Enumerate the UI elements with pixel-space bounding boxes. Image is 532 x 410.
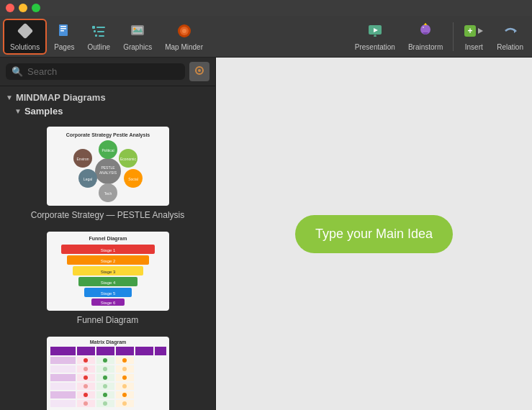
relation-icon bbox=[502, 22, 519, 42]
svg-text:Matrix Diagram: Matrix Diagram bbox=[89, 340, 126, 345]
toolbar-separator bbox=[453, 22, 454, 51]
svg-point-78 bbox=[84, 367, 88, 371]
svg-point-80 bbox=[84, 375, 88, 380]
svg-point-100 bbox=[122, 358, 127, 363]
svg-rect-65 bbox=[96, 347, 114, 355]
insert-icon: + bbox=[464, 22, 484, 42]
svg-point-86 bbox=[84, 401, 88, 406]
search-input-wrap[interactable]: 🔍 bbox=[6, 63, 185, 80]
svg-rect-68 bbox=[155, 347, 166, 355]
relation-button[interactable]: Relation bbox=[491, 19, 529, 55]
svg-text:Stage 4: Stage 4 bbox=[100, 281, 115, 285]
outline-icon bbox=[90, 22, 107, 42]
graphics-icon bbox=[129, 22, 146, 42]
tree-section-samples[interactable]: ▼ Samples bbox=[0, 104, 215, 118]
svg-marker-27 bbox=[514, 29, 517, 33]
tree-section-arrow: ▼ bbox=[14, 107, 22, 115]
presentation-label: Presentation bbox=[355, 43, 395, 51]
mapminder-button[interactable]: Map Minder bbox=[159, 19, 209, 55]
svg-point-102 bbox=[122, 367, 127, 371]
solutions-label: Solutions bbox=[10, 43, 40, 51]
pages-button[interactable]: Pages bbox=[48, 19, 80, 55]
svg-text:Stage 1: Stage 1 bbox=[100, 248, 115, 252]
search-input[interactable] bbox=[27, 66, 179, 77]
maximize-button[interactable] bbox=[32, 4, 40, 12]
insert-label: Insert bbox=[465, 43, 483, 51]
tree-root-label: MINDMAP Diagrams bbox=[16, 92, 106, 103]
svg-text:Political: Political bbox=[102, 148, 114, 152]
outline-label: Outline bbox=[88, 43, 111, 51]
svg-rect-7 bbox=[94, 30, 96, 32]
svg-rect-10 bbox=[99, 35, 104, 37]
diagram-thumb-matrix: Matrix Diagram bbox=[47, 337, 169, 410]
svg-rect-72 bbox=[50, 383, 76, 390]
svg-text:Stage 5: Stage 5 bbox=[100, 291, 115, 296]
svg-rect-74 bbox=[50, 400, 76, 407]
svg-text:ANALYSIS: ANALYSIS bbox=[99, 170, 117, 175]
svg-point-82 bbox=[84, 384, 88, 388]
insert-button[interactable]: + Insert bbox=[458, 19, 490, 55]
sidebar: 🔍 ▼ MINDMAP Diagrams ▼ Samples bbox=[0, 58, 216, 410]
svg-point-14 bbox=[134, 27, 136, 29]
diagram-item-funnel[interactable]: Funnel Diagram Stage 1 Stage 2 Stage 3 bbox=[0, 226, 215, 331]
graphics-button[interactable]: Graphics bbox=[117, 19, 158, 55]
svg-point-104 bbox=[122, 375, 127, 380]
graphics-label: Graphics bbox=[123, 43, 152, 51]
svg-point-94 bbox=[103, 384, 107, 388]
svg-point-92 bbox=[103, 375, 107, 380]
svg-text:Tech: Tech bbox=[104, 191, 112, 196]
brainstorm-button[interactable]: Brainstorm bbox=[402, 19, 448, 55]
svg-rect-69 bbox=[50, 357, 76, 364]
diagram-item-matrix[interactable]: Matrix Diagram bbox=[0, 331, 215, 410]
solutions-button[interactable]: Solutions bbox=[3, 19, 47, 55]
solutions-icon bbox=[17, 22, 34, 42]
search-bar: 🔍 bbox=[0, 58, 215, 86]
svg-rect-63 bbox=[50, 347, 76, 355]
svg-point-110 bbox=[122, 401, 127, 406]
svg-rect-71 bbox=[50, 374, 76, 381]
svg-point-88 bbox=[103, 358, 107, 363]
relation-label: Relation bbox=[497, 43, 523, 51]
svg-text:Economic: Economic bbox=[120, 157, 136, 161]
svg-point-106 bbox=[122, 384, 127, 388]
brainstorm-label: Brainstorm bbox=[408, 43, 443, 51]
svg-rect-21 bbox=[374, 35, 375, 36]
minimize-button[interactable] bbox=[19, 4, 27, 12]
close-button[interactable] bbox=[6, 4, 14, 12]
canvas-area[interactable]: Type your Main Idea bbox=[216, 58, 532, 410]
diagram-item-corporate-strategy[interactable]: Corporate Strategy Pestle Analysis PESTL… bbox=[0, 121, 215, 226]
main-layout: 🔍 ▼ MINDMAP Diagrams ▼ Samples bbox=[0, 58, 532, 410]
svg-rect-64 bbox=[77, 347, 95, 355]
presentation-button[interactable]: Presentation bbox=[349, 19, 401, 55]
svg-rect-3 bbox=[60, 28, 66, 29]
svg-point-96 bbox=[103, 393, 107, 397]
svg-point-17 bbox=[182, 29, 186, 33]
tree-area[interactable]: ▼ MINDMAP Diagrams ▼ Samples Corporate S… bbox=[0, 86, 215, 410]
svg-point-23 bbox=[423, 27, 424, 28]
svg-text:Stage 6: Stage 6 bbox=[100, 301, 115, 305]
svg-text:Funnel Diagram: Funnel Diagram bbox=[89, 236, 127, 242]
main-idea-button[interactable]: Type your Main Idea bbox=[295, 215, 453, 253]
svg-rect-5 bbox=[92, 26, 95, 29]
svg-point-90 bbox=[103, 367, 107, 371]
svg-point-98 bbox=[103, 401, 107, 406]
svg-marker-26 bbox=[478, 28, 483, 34]
search-icon: 🔍 bbox=[12, 66, 23, 77]
mapminder-icon bbox=[176, 22, 193, 42]
svg-point-29 bbox=[198, 69, 201, 72]
svg-rect-8 bbox=[97, 31, 104, 32]
svg-rect-2 bbox=[60, 26, 66, 27]
diagram-name-funnel: Funnel Diagram bbox=[77, 315, 138, 325]
svg-text:+: + bbox=[468, 26, 473, 36]
outline-button[interactable]: Outline bbox=[82, 19, 117, 55]
tree-root[interactable]: ▼ MINDMAP Diagrams bbox=[0, 91, 215, 104]
search-filter-button[interactable] bbox=[189, 62, 209, 81]
tree-root-arrow: ▼ bbox=[6, 94, 13, 101]
svg-point-108 bbox=[122, 393, 127, 397]
pages-icon bbox=[55, 22, 73, 42]
svg-rect-70 bbox=[50, 365, 76, 373]
toolbar: Solutions Pages bbox=[0, 16, 532, 58]
left-toolbar-group: Solutions Pages bbox=[3, 19, 209, 55]
diagram-thumb-funnel: Funnel Diagram Stage 1 Stage 2 Stage 3 bbox=[47, 232, 169, 311]
svg-rect-66 bbox=[116, 347, 134, 355]
